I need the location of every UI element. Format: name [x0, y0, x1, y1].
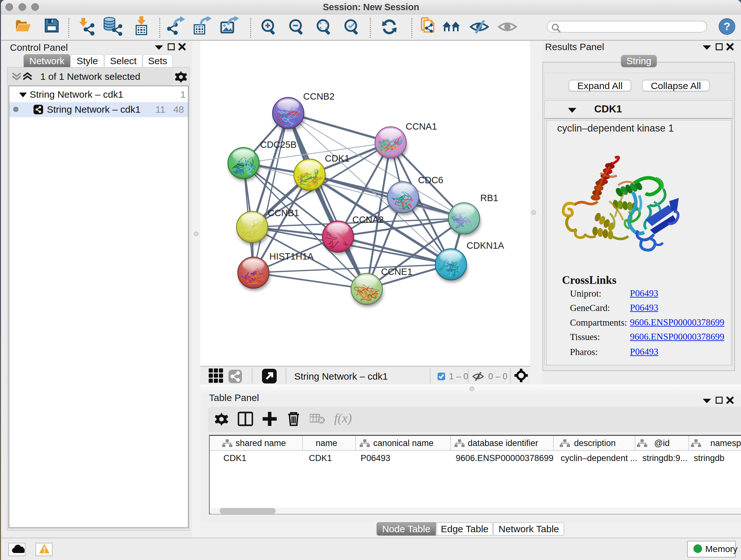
- svg-text:CCNB1: CCNB1: [268, 208, 299, 218]
- svg-text:CCNA1: CCNA1: [406, 121, 437, 132]
- svg-text:CCNB2: CCNB2: [303, 91, 334, 102]
- svg-text:CDC25B: CDC25B: [260, 139, 296, 150]
- svg-text:CDK1: CDK1: [325, 153, 349, 164]
- svg-text:HIST1H1A: HIST1H1A: [269, 251, 314, 261]
- svg-text:CDC6: CDC6: [418, 175, 443, 185]
- svg-text:CCNA2: CCNA2: [352, 214, 384, 225]
- svg-text:CDKN1A: CDKN1A: [467, 240, 504, 251]
- svg-text:RB1: RB1: [480, 193, 498, 203]
- svg-text:CCNE1: CCNE1: [381, 266, 412, 277]
- svg-text:?: ?: [724, 20, 731, 32]
